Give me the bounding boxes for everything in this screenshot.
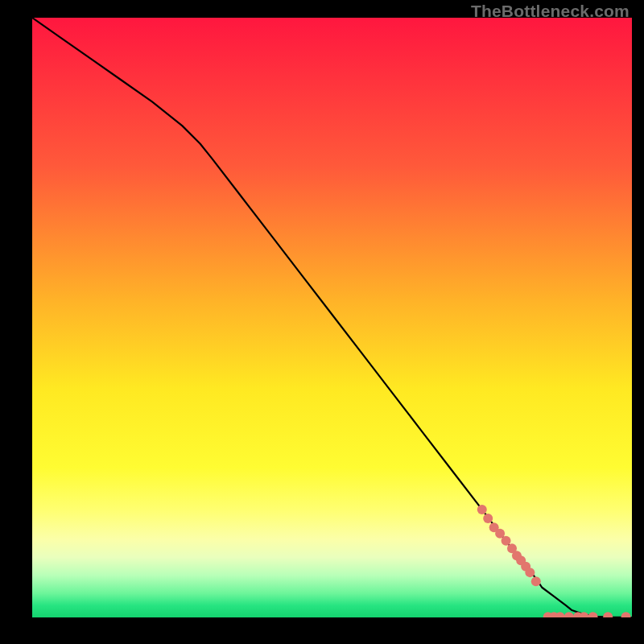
chart-frame: TheBottleneck.com xyxy=(0,0,644,644)
data-point xyxy=(483,514,493,523)
data-point xyxy=(564,612,574,617)
plot-area xyxy=(32,18,632,617)
data-point xyxy=(621,612,631,617)
data-point xyxy=(531,576,541,586)
data-point xyxy=(588,612,598,617)
data-point xyxy=(477,505,487,514)
data-point xyxy=(502,536,511,546)
data-point xyxy=(603,612,613,617)
data-point xyxy=(525,568,535,577)
chart-svg xyxy=(32,18,632,617)
series-curve xyxy=(32,18,632,617)
